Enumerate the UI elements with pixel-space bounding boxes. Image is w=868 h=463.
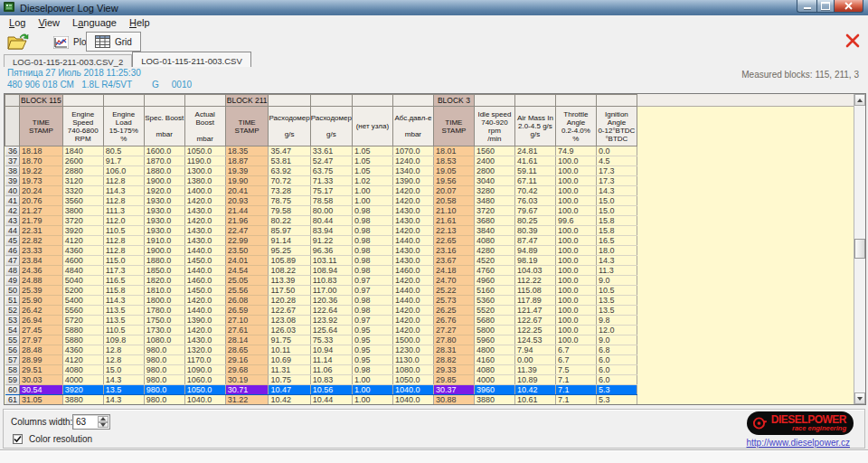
grid-cell[interactable]: 17.3	[596, 176, 637, 186]
grid-cell[interactable]: 980.0	[144, 345, 184, 355]
grid-cell[interactable]: 0.98	[352, 246, 392, 256]
grid-cell[interactable]: 10.42	[269, 395, 310, 405]
grid-cell[interactable]: 1440.0	[184, 306, 225, 316]
grid-cell[interactable]: 1040.0	[392, 395, 433, 405]
grid-cell[interactable]: 19.05	[433, 166, 474, 176]
grid-cell[interactable]: 100.0	[555, 156, 596, 166]
grid-cell[interactable]: 7.1	[555, 375, 596, 385]
grid-cell[interactable]: 2400	[474, 156, 514, 166]
grid-cell[interactable]: 1930.0	[144, 196, 184, 206]
grid-cell[interactable]: 5680	[474, 316, 514, 326]
grid-cell[interactable]: 112.0	[103, 216, 144, 226]
grid-cell[interactable]: 28.14	[225, 335, 269, 345]
grid-cell[interactable]: 1420.0	[184, 326, 225, 335]
grid-cell[interactable]: 9.8	[596, 316, 637, 326]
grid-cell[interactable]: 100.0	[555, 276, 596, 286]
grid-cell[interactable]: 96.36	[310, 246, 352, 256]
grid-cell[interactable]: 100.0	[555, 176, 596, 186]
grid-cell[interactable]: 100.0	[555, 326, 596, 335]
grid-cell[interactable]: 30.88	[433, 395, 474, 405]
row-number[interactable]: 38	[5, 166, 20, 176]
grid-cell[interactable]: 20.58	[433, 196, 474, 206]
grid-cell[interactable]: 103.11	[310, 256, 352, 266]
grid-cell[interactable]: 3840	[474, 226, 514, 236]
grid-cell[interactable]: 1780.0	[144, 306, 184, 316]
grid-cell[interactable]: 123.08	[269, 316, 310, 326]
row-number[interactable]: 39	[5, 176, 20, 186]
grid-cell[interactable]: 14.3	[596, 256, 637, 266]
grid-cell[interactable]: 80.44	[310, 216, 352, 226]
grid-cell[interactable]: 108.22	[269, 266, 310, 276]
grid-cell[interactable]: 1930.0	[144, 206, 184, 216]
row-number[interactable]: 47	[5, 256, 20, 266]
grid-cell[interactable]: 0.97	[352, 316, 392, 326]
scroll-down-button[interactable]	[854, 392, 865, 404]
grid-cell[interactable]: 27.97	[20, 335, 63, 345]
grid-cell[interactable]: 1080.0	[392, 365, 433, 375]
grid-cell[interactable]: 3120	[62, 176, 103, 186]
grid-cell[interactable]: 120.28	[269, 296, 310, 306]
grid-view-button[interactable]: Grid	[86, 32, 141, 52]
grid-cell[interactable]: 980.0	[144, 385, 184, 395]
scroll-up-button[interactable]	[854, 94, 865, 106]
grid-cell[interactable]: 17.3	[596, 166, 637, 176]
maximize-button[interactable]	[816, 0, 835, 13]
grid-cell[interactable]: 100.0	[555, 306, 596, 316]
grid-cell[interactable]: 4160	[474, 355, 514, 365]
grid-cell[interactable]: 27.61	[225, 326, 269, 335]
grid-cell[interactable]: 7.1	[555, 385, 596, 395]
grid-cell[interactable]: 83.94	[310, 226, 352, 236]
grid-cell[interactable]: 113.5	[103, 306, 144, 316]
grid-cell[interactable]: 22.65	[433, 236, 474, 246]
grid-cell[interactable]: 22.13	[433, 226, 474, 236]
grid-cell[interactable]: 23.50	[225, 246, 269, 256]
grid-cell[interactable]: 19.22	[20, 166, 63, 176]
grid-cell[interactable]: 122.67	[514, 316, 555, 326]
grid-cell[interactable]: 4760	[474, 266, 514, 276]
grid-cell[interactable]: 11.06	[310, 365, 352, 375]
grid-cell[interactable]: 100.0	[555, 256, 596, 266]
grid-cell[interactable]: 6.0	[596, 365, 637, 375]
grid-cell[interactable]: 21.10	[433, 206, 474, 216]
grid-cell[interactable]: 13.5	[596, 306, 637, 316]
row-number[interactable]: 36	[5, 146, 20, 156]
grid-cell[interactable]: 100.0	[555, 206, 596, 216]
grid-cell[interactable]: 10.83	[310, 375, 352, 385]
grid-cell[interactable]: 100.0	[555, 246, 596, 256]
grid-cell[interactable]: 980.0	[144, 365, 184, 375]
grid-cell[interactable]: 10.69	[269, 355, 310, 365]
grid-cell[interactable]: 10.75	[269, 375, 310, 385]
grid-cell[interactable]: 7.94	[514, 345, 555, 355]
grid-cell[interactable]: 1820.0	[144, 276, 184, 286]
grid-cell[interactable]: 3880	[62, 395, 103, 405]
grid-cell[interactable]: 115.08	[514, 286, 555, 296]
grid-cell[interactable]: 1440.0	[184, 266, 225, 276]
grid-cell[interactable]: 1240.0	[392, 156, 433, 166]
grid-cell[interactable]: 1060.0	[184, 375, 225, 385]
grid-cell[interactable]: 28.99	[20, 355, 63, 365]
grid-cell[interactable]: 1430.0	[184, 335, 225, 345]
grid-cell[interactable]: 3960	[474, 385, 514, 395]
grid-cell[interactable]: 0.98	[352, 216, 392, 226]
grid-cell[interactable]: 70.42	[514, 186, 555, 196]
grid-cell[interactable]: 1340.0	[392, 166, 433, 176]
grid-cell[interactable]: 21.96	[225, 216, 269, 226]
grid-cell[interactable]: 4.5	[596, 156, 637, 166]
grid-cell[interactable]: 85.97	[269, 226, 310, 236]
grid-cell[interactable]: 1050.0	[184, 385, 225, 395]
grid-cell[interactable]: 26.59	[225, 306, 269, 316]
grid-cell[interactable]: 104.03	[514, 266, 555, 276]
grid-cell[interactable]: 100.0	[555, 335, 596, 345]
grid-cell[interactable]: 117.3	[103, 266, 144, 276]
grid-cell[interactable]: 26.25	[433, 306, 474, 316]
grid-cell[interactable]: 5720	[62, 316, 103, 326]
grid-cell[interactable]: 4080	[62, 365, 103, 375]
row-number[interactable]: 54	[5, 326, 20, 335]
grid-cell[interactable]: 31.22	[225, 395, 269, 405]
grid-cell[interactable]: 80.22	[269, 216, 310, 226]
grid-cell[interactable]: 0.95	[352, 355, 392, 365]
grid-cell[interactable]: 1090.0	[184, 365, 225, 375]
grid-cell[interactable]: 100.0	[555, 236, 596, 246]
grid-cell[interactable]: 76.03	[514, 196, 555, 206]
grid-cell[interactable]: 1560	[474, 146, 514, 156]
